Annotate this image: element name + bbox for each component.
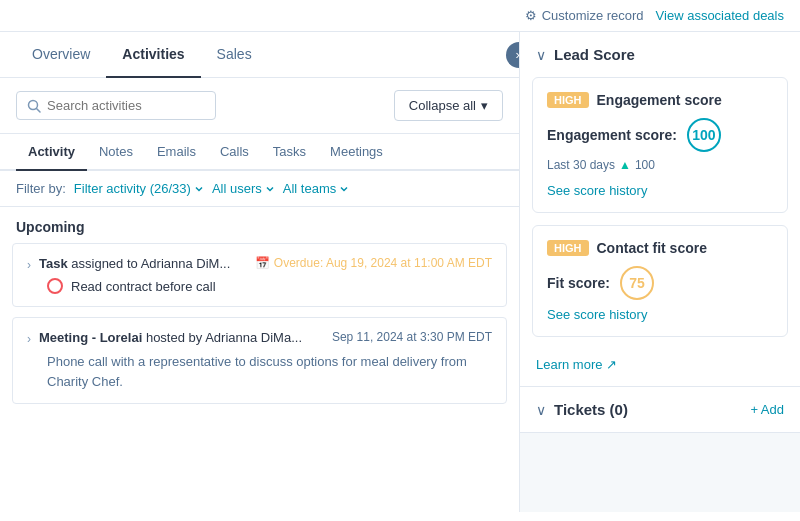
chevron-down-icon: ▾ xyxy=(481,98,488,113)
tickets-title-left: ∨ Tickets (0) xyxy=(536,401,628,418)
main-layout: Overview Activities Sales » Collapse all… xyxy=(0,32,800,512)
sub-tab-calls[interactable]: Calls xyxy=(208,134,261,171)
lead-score-title-left: ∨ Lead Score xyxy=(536,46,635,63)
upcoming-header: Upcoming xyxy=(0,207,519,243)
engagement-card-title: Engagement score xyxy=(597,92,722,108)
sub-tab-emails[interactable]: Emails xyxy=(145,134,208,171)
expand-meeting-icon[interactable]: › xyxy=(27,332,31,346)
gear-icon: ⚙ xyxy=(525,8,537,23)
contact-high-badge: HIGH xyxy=(547,240,589,256)
tickets-chevron[interactable]: ∨ xyxy=(536,402,546,418)
task-detail: Read contract before call xyxy=(27,278,492,294)
sub-tab-meetings[interactable]: Meetings xyxy=(318,134,395,171)
learn-more-row: Learn more ↗ xyxy=(520,349,800,386)
lead-score-title: Lead Score xyxy=(554,46,635,63)
filter-users-btn[interactable]: All users xyxy=(212,181,275,196)
meeting-card-header: › Meeting - Lorelai hosted by Adrianna D… xyxy=(27,330,492,346)
task-card-header: › Task assigned to Adrianna DiM... 📅 Ove… xyxy=(27,256,492,272)
sub-tab-notes[interactable]: Notes xyxy=(87,134,145,171)
filter-teams-btn[interactable]: All teams xyxy=(283,181,349,196)
search-filter-row: Collapse all ▾ xyxy=(0,78,519,134)
task-card: › Task assigned to Adrianna DiM... 📅 Ove… xyxy=(12,243,507,307)
tickets-row: ∨ Tickets (0) + Add xyxy=(520,387,800,432)
contact-see-history-link[interactable]: See score history xyxy=(547,307,647,322)
sub-tabs: Activity Notes Emails Calls Tasks Meetin… xyxy=(0,134,519,171)
collapse-all-btn[interactable]: Collapse all ▾ xyxy=(394,90,503,121)
right-panel: ∨ Lead Score HIGH Engagement score Engag… xyxy=(520,32,800,512)
tickets-section: ∨ Tickets (0) + Add xyxy=(520,387,800,433)
activities-list: Upcoming › Task assigned to Adrianna DiM… xyxy=(0,207,519,512)
panel-expand-btn[interactable]: » xyxy=(506,42,520,68)
lead-score-chevron: ∨ xyxy=(536,47,546,63)
overdue-tag: 📅 Overdue: Aug 19, 2024 at 11:00 AM EDT xyxy=(255,256,492,270)
contact-score-label: Fit score: xyxy=(547,275,610,291)
main-tabs: Overview Activities Sales » xyxy=(0,32,519,78)
svg-line-1 xyxy=(37,108,41,112)
engagement-score-label: Engagement score: xyxy=(547,127,677,143)
tickets-add-btn[interactable]: + Add xyxy=(750,402,784,417)
tab-sales[interactable]: Sales xyxy=(201,32,268,78)
trend-up-icon: ▲ xyxy=(619,158,631,172)
task-title: Task assigned to Adrianna DiM... xyxy=(39,256,247,271)
engagement-see-history-link[interactable]: See score history xyxy=(547,183,647,198)
contact-score-value-row: Fit score: 75 xyxy=(547,266,773,300)
task-status-icon[interactable] xyxy=(47,278,63,294)
expand-task-icon[interactable]: › xyxy=(27,258,31,272)
meeting-date: Sep 11, 2024 at 3:30 PM EDT xyxy=(332,330,492,344)
search-input[interactable] xyxy=(47,98,205,113)
tickets-title: Tickets (0) xyxy=(554,401,628,418)
engagement-score-circle: 100 xyxy=(687,118,721,152)
contact-score-circle: 75 xyxy=(620,266,654,300)
search-box[interactable] xyxy=(16,91,216,120)
tab-activities[interactable]: Activities xyxy=(106,32,200,78)
contact-fit-score-card: HIGH Contact fit score Fit score: 75 See… xyxy=(532,225,788,337)
lead-score-title-row[interactable]: ∨ Lead Score xyxy=(520,32,800,77)
learn-more-link[interactable]: Learn more ↗ xyxy=(536,357,784,372)
sub-tab-activity[interactable]: Activity xyxy=(16,134,87,171)
contact-badge-row: HIGH Contact fit score xyxy=(547,240,773,256)
contact-card-title: Contact fit score xyxy=(597,240,707,256)
tab-overview[interactable]: Overview xyxy=(16,32,106,78)
calendar-icon: 📅 xyxy=(255,256,270,270)
engagement-score-card: HIGH Engagement score Engagement score: … xyxy=(532,77,788,213)
left-panel: Overview Activities Sales » Collapse all… xyxy=(0,32,520,512)
filter-activity-btn[interactable]: Filter activity (26/33) xyxy=(74,181,204,196)
filter-by-label: Filter by: xyxy=(16,181,66,196)
external-link-icon: ↗ xyxy=(606,357,617,372)
top-bar: ⚙ Customize record View associated deals xyxy=(0,0,800,32)
search-icon xyxy=(27,99,41,113)
filter-row: Filter by: Filter activity (26/33) All u… xyxy=(0,171,519,207)
chevron-down-icon xyxy=(194,184,204,194)
meeting-card: › Meeting - Lorelai hosted by Adrianna D… xyxy=(12,317,507,404)
meeting-title: Meeting - Lorelai hosted by Adrianna DiM… xyxy=(39,330,324,345)
engagement-last-days: Last 30 days ▲ 100 xyxy=(547,158,773,172)
sub-tab-tasks[interactable]: Tasks xyxy=(261,134,318,171)
chevron-down-icon xyxy=(265,184,275,194)
engagement-high-badge: HIGH xyxy=(547,92,589,108)
task-description: Read contract before call xyxy=(71,279,216,294)
engagement-badge-row: HIGH Engagement score xyxy=(547,92,773,108)
chevron-down-icon xyxy=(339,184,349,194)
view-deals-link[interactable]: View associated deals xyxy=(656,8,784,23)
engagement-score-value-row: Engagement score: 100 xyxy=(547,118,773,152)
lead-score-section: ∨ Lead Score HIGH Engagement score Engag… xyxy=(520,32,800,387)
customize-record-btn[interactable]: ⚙ Customize record xyxy=(525,8,644,23)
meeting-description: Phone call with a representative to disc… xyxy=(27,352,492,391)
